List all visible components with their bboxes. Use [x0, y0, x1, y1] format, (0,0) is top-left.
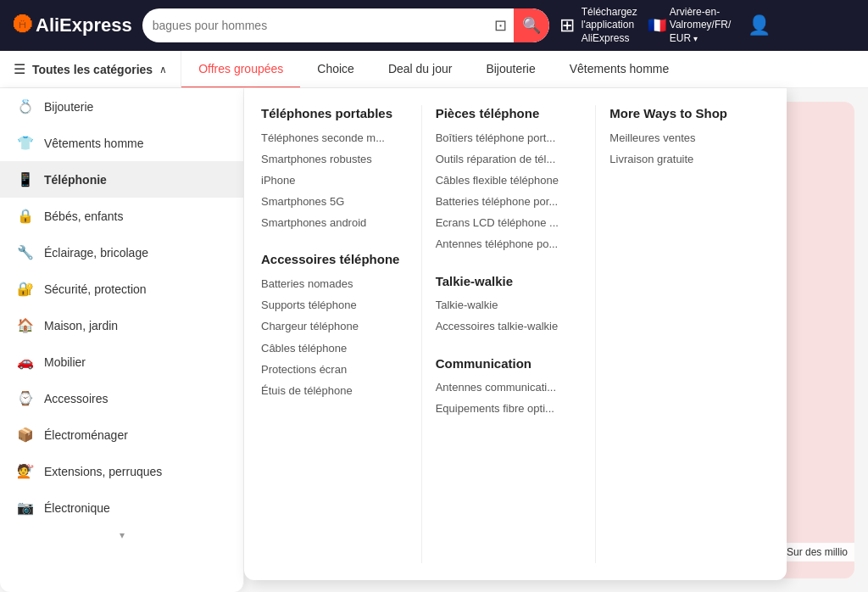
- dropdown-item[interactable]: Antennes communicati...: [436, 380, 582, 395]
- dropdown-item[interactable]: Smartphones robustes: [261, 152, 408, 167]
- sidebar-icon-0: 💍: [17, 98, 34, 114]
- sidebar-icon-7: 🚗: [17, 354, 34, 370]
- dropdown-item[interactable]: iPhone: [261, 173, 408, 188]
- dropdown-section: CommunicationAntennes communicati...Equi…: [436, 355, 582, 417]
- nav-tab-0[interactable]: Offres groupées: [181, 51, 300, 88]
- search-bar: ⊡ 🔍: [142, 8, 549, 42]
- sidebar-label-4: Éclairage, bricolage: [44, 246, 148, 260]
- sidebar-icon-4: 🔧: [17, 244, 34, 260]
- sidebar-item-9[interactable]: 📦 Électroménager: [0, 416, 243, 453]
- sidebar-label-3: Bébés, enfants: [44, 209, 123, 223]
- sidebar-item-5[interactable]: 🔐 Sécurité, protection: [0, 271, 243, 307]
- flag-icon: 🇫🇷: [648, 16, 666, 35]
- dropdown-panel: Téléphones portablesTéléphones seconde m…: [244, 88, 787, 580]
- dropdown-item[interactable]: Outils réparation de tél...: [436, 152, 582, 167]
- sidebar-item-6[interactable]: 🏠 Maison, jardin: [0, 307, 243, 343]
- dropdown-section-title: Téléphones portables: [261, 105, 408, 122]
- chevron-down-icon: ▾: [693, 34, 698, 43]
- main: 💍 Bijouterie 👕 Vêtements homme 📱 Télépho…: [0, 88, 868, 592]
- sidebar-item-4[interactable]: 🔧 Éclairage, bricolage: [0, 234, 243, 271]
- sidebar-icon-8: ⌚: [17, 390, 34, 406]
- nav-tab-3[interactable]: Bijouterie: [469, 51, 552, 88]
- sidebar-icon-1: 👕: [17, 135, 34, 151]
- dropdown-item[interactable]: Téléphones seconde m...: [261, 131, 408, 146]
- sidebar-label-10: Extensions, perruques: [44, 465, 162, 478]
- nav-tab-4[interactable]: Vêtements homme: [553, 51, 687, 88]
- qr-section[interactable]: ⊞ Téléchargez l'application AliExpress: [559, 6, 637, 46]
- qr-text: Téléchargez l'application AliExpress: [581, 6, 637, 46]
- dropdown-section-title: Talkie-walkie: [436, 273, 582, 290]
- dropdown-item[interactable]: Smartphones android: [261, 215, 408, 231]
- lang-section[interactable]: 🇫🇷 Arvière-en- Valromey/FR/ EUR ▾: [648, 6, 731, 46]
- search-btn-icon: 🔍: [522, 16, 541, 35]
- dropdown-item[interactable]: Étuis de téléphone: [261, 383, 408, 399]
- dropdown-item[interactable]: Equipements fibre opti...: [436, 401, 582, 416]
- dropdown-item[interactable]: Câbles flexible téléphone: [436, 173, 582, 188]
- logo-text: AliExpress: [36, 14, 132, 36]
- all-categories-label: Toutes les catégories: [32, 63, 153, 76]
- dropdown-item[interactable]: Smartphones 5G: [261, 194, 408, 209]
- dropdown-item[interactable]: Protections écran: [261, 362, 408, 377]
- sidebar-icon-6: 🏠: [17, 317, 34, 333]
- sidebar-item-2[interactable]: 📱 Téléphonie: [0, 161, 243, 198]
- dropdown-section: Téléphones portablesTéléphones seconde m…: [261, 105, 408, 231]
- dropdown-item[interactable]: Talkie-walkie: [436, 298, 582, 313]
- dropdown-item[interactable]: Câbles téléphone: [261, 341, 408, 356]
- sidebar-item-10[interactable]: 💇 Extensions, perruques: [0, 453, 243, 489]
- dropdown-section: Accessoires téléphoneBatteries nomadesSu…: [261, 251, 408, 399]
- sur-des-text: Sur des millio: [780, 543, 854, 561]
- sidebar-icon-10: 💇: [17, 463, 34, 479]
- sidebar-icon-5: 🔐: [17, 281, 34, 297]
- dropdown-item[interactable]: Supports téléphone: [261, 298, 408, 313]
- logo-icon: 🅐: [14, 14, 32, 36]
- sidebar-label-9: Électroménager: [44, 428, 128, 442]
- sidebar-icon-2: 📱: [17, 171, 34, 187]
- qr-icon: ⊞: [559, 14, 575, 36]
- sidebar-label-2: Téléphonie: [44, 173, 107, 187]
- sidebar: 💍 Bijouterie 👕 Vêtements homme 📱 Télépho…: [0, 88, 244, 592]
- nav-tab-1[interactable]: Choice: [300, 51, 371, 88]
- nav-tab-2[interactable]: Deal du jour: [371, 51, 470, 88]
- dropdown-item[interactable]: Chargeur téléphone: [261, 319, 408, 334]
- sidebar-label-8: Accessoires: [44, 392, 108, 405]
- dropdown-section: More Ways to ShopMeilleures ventesLivrai…: [609, 105, 756, 167]
- search-input[interactable]: [153, 19, 487, 32]
- scroll-indicator: ▾: [0, 526, 243, 545]
- hamburger-icon: ☰: [14, 61, 25, 77]
- dropdown-item[interactable]: Livraison gratuite: [609, 152, 756, 167]
- dropdown-item[interactable]: Antennes téléphone po...: [436, 237, 582, 252]
- dropdown-section-title: Pièces téléphone: [436, 105, 582, 122]
- scan-icon[interactable]: ⊡: [494, 16, 507, 35]
- dropdown-col-1: Téléphones portablesTéléphones seconde m…: [261, 105, 422, 563]
- sidebar-icon-11: 📷: [17, 500, 34, 516]
- sidebar-item-1[interactable]: 👕 Vêtements homme: [0, 125, 243, 161]
- dropdown-item[interactable]: Accessoires talkie-walkie: [436, 319, 582, 334]
- dropdown-item[interactable]: Batteries téléphone por...: [436, 194, 582, 209]
- sidebar-label-7: Mobilier: [44, 355, 86, 369]
- lang-text: Arvière-en- Valromey/FR/ EUR ▾: [670, 6, 731, 46]
- all-categories-nav[interactable]: ☰ Toutes les catégories ∧: [0, 51, 181, 88]
- dropdown-item[interactable]: Ecrans LCD téléphone ...: [436, 215, 582, 231]
- sidebar-item-0[interactable]: 💍 Bijouterie: [0, 88, 243, 125]
- dropdown-section-title: More Ways to Shop: [609, 105, 756, 122]
- search-button[interactable]: 🔍: [514, 8, 549, 42]
- sidebar-item-11[interactable]: 📷 Électronique: [0, 489, 243, 526]
- sidebar-icon-3: 🔒: [17, 208, 34, 224]
- dropdown-section: Pièces téléphoneBoîtiers téléphone port.…: [436, 105, 582, 253]
- chevron-up-icon: ∧: [159, 64, 167, 75]
- dropdown-section: Talkie-walkieTalkie-walkieAccessoires ta…: [436, 273, 582, 335]
- sidebar-item-7[interactable]: 🚗 Mobilier: [0, 343, 243, 380]
- dropdown-section-title: Accessoires téléphone: [261, 251, 408, 268]
- sidebar-item-3[interactable]: 🔒 Bébés, enfants: [0, 198, 243, 234]
- nav-tabs: Offres groupéesChoiceDeal du jourBijoute…: [181, 51, 868, 88]
- dropdown-col-3: More Ways to ShopMeilleures ventesLivrai…: [596, 105, 770, 563]
- dropdown-item[interactable]: Batteries nomades: [261, 276, 408, 292]
- logo[interactable]: 🅐 AliExpress: [14, 14, 132, 36]
- dropdown-item[interactable]: Boîtiers téléphone port...: [436, 131, 582, 146]
- sidebar-label-5: Sécurité, protection: [44, 282, 147, 296]
- dropdown-col-2: Pièces téléphoneBoîtiers téléphone port.…: [422, 105, 597, 563]
- sidebar-label-0: Bijouterie: [44, 100, 93, 114]
- dropdown-item[interactable]: Meilleures ventes: [609, 131, 756, 146]
- sidebar-item-8[interactable]: ⌚ Accessoires: [0, 380, 243, 416]
- user-icon[interactable]: 👤: [748, 14, 771, 36]
